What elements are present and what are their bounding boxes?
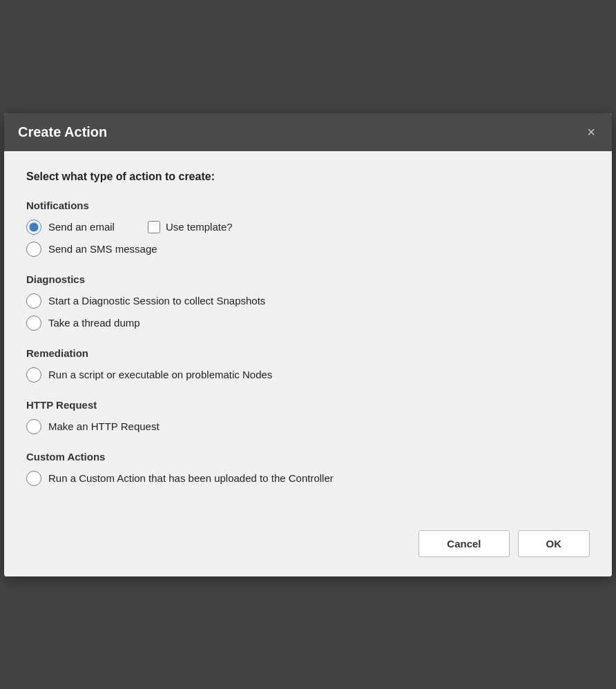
custom-action-option-row: Run a Custom Action that has been upload… [26, 471, 590, 486]
diagnostics-group: Diagnostics Start a Diagnostic Session t… [26, 273, 590, 331]
http-request-label: HTTP Request [26, 399, 590, 411]
remediation-label: Remediation [26, 347, 590, 359]
make-http-radio[interactable] [26, 419, 41, 434]
thread-dump-text: Take a thread dump [48, 317, 140, 329]
make-http-label[interactable]: Make an HTTP Request [26, 419, 160, 434]
run-script-text: Run a script or executable on problemati… [48, 369, 272, 380]
dialog-title: Create Action [18, 124, 107, 140]
diagnostic-session-option-row: Start a Diagnostic Session to collect Sn… [26, 293, 590, 309]
send-email-option-row: Send an email Use template? [26, 220, 590, 235]
cancel-button[interactable]: Cancel [418, 530, 509, 557]
custom-actions-label: Custom Actions [26, 451, 590, 463]
use-template-label: Use template? [166, 221, 233, 233]
custom-action-label[interactable]: Run a Custom Action that has been upload… [26, 471, 334, 486]
thread-dump-option-row: Take a thread dump [26, 316, 590, 331]
make-http-text: Make an HTTP Request [48, 420, 160, 432]
section-question: Select what type of action to create: [26, 171, 590, 183]
dialog-footer: Cancel OK [4, 519, 612, 576]
thread-dump-radio[interactable] [26, 316, 41, 331]
send-email-text: Send an email [48, 221, 115, 233]
close-button[interactable]: × [584, 125, 598, 139]
send-email-label[interactable]: Send an email [26, 220, 115, 235]
send-email-radio[interactable] [26, 220, 41, 235]
diagnostics-label: Diagnostics [26, 273, 590, 285]
dialog-header: Create Action × [4, 113, 612, 151]
dialog-overlay: Create Action × Select what type of acti… [0, 0, 616, 689]
notifications-group: Notifications Send an email Use template… [26, 200, 590, 257]
dialog-body: Select what type of action to create: No… [4, 151, 612, 519]
send-sms-label[interactable]: Send an SMS message [26, 242, 157, 257]
create-action-dialog: Create Action × Select what type of acti… [4, 113, 612, 576]
run-script-option-row: Run a script or executable on problemati… [26, 367, 590, 382]
send-sms-radio[interactable] [26, 242, 41, 257]
use-template-checkbox[interactable] [148, 221, 160, 233]
send-sms-option-row: Send an SMS message [26, 242, 590, 257]
notifications-label: Notifications [26, 200, 590, 211]
send-email-inline-row: Send an email Use template? [26, 220, 233, 235]
thread-dump-label[interactable]: Take a thread dump [26, 316, 140, 331]
custom-actions-group: Custom Actions Run a Custom Action that … [26, 451, 590, 486]
diagnostic-session-radio[interactable] [26, 293, 41, 309]
remediation-group: Remediation Run a script or executable o… [26, 347, 590, 382]
run-script-label[interactable]: Run a script or executable on problemati… [26, 367, 272, 382]
custom-action-radio[interactable] [26, 471, 41, 486]
use-template-row: Use template? [148, 221, 233, 233]
diagnostic-session-label[interactable]: Start a Diagnostic Session to collect Sn… [26, 293, 265, 309]
ok-button[interactable]: OK [518, 530, 590, 557]
http-request-group: HTTP Request Make an HTTP Request [26, 399, 590, 434]
diagnostic-session-text: Start a Diagnostic Session to collect Sn… [48, 295, 265, 307]
run-script-radio[interactable] [26, 367, 41, 382]
custom-action-text: Run a Custom Action that has been upload… [48, 472, 334, 484]
make-http-option-row: Make an HTTP Request [26, 419, 590, 434]
send-sms-text: Send an SMS message [48, 243, 157, 255]
